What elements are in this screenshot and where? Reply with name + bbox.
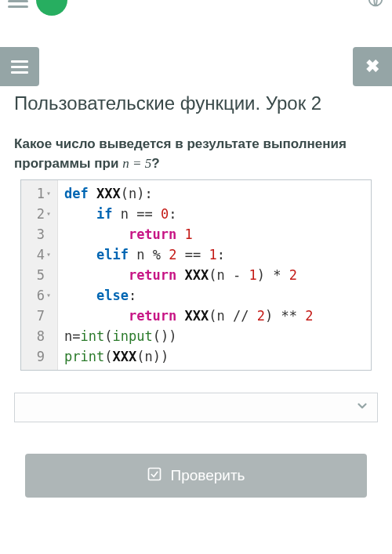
close-button[interactable]: ✖ <box>353 47 392 86</box>
code-content: def XXX(n): if n == 0: return 1 elif n %… <box>58 180 319 370</box>
site-logo <box>36 0 67 16</box>
code-gutter: 1▾ 2▾ 3▾ 4▾ 5▾ 6▾ 7▾ 8▾ 9▾ <box>21 180 58 370</box>
code-editor: 1▾ 2▾ 3▾ 4▾ 5▾ 6▾ 7▾ 8▾ 9▾ def XXX(n): i… <box>20 179 372 371</box>
answer-dropdown[interactable] <box>14 393 378 422</box>
svg-rect-2 <box>149 468 161 480</box>
check-icon <box>147 466 162 486</box>
cart-icon[interactable] <box>336 0 353 11</box>
check-button-label: Проверить <box>170 467 245 484</box>
check-button[interactable]: Проверить <box>25 454 367 498</box>
browser-menu-icon <box>8 0 28 8</box>
question-text: Какое число выведется в результате выпол… <box>14 135 378 173</box>
page-title: Пользовательские функции. Урок 2 <box>14 92 378 114</box>
sidebar-menu-button[interactable] <box>0 47 39 86</box>
close-icon: ✖ <box>365 56 379 77</box>
chevron-down-icon <box>355 399 369 416</box>
globe-icon[interactable] <box>367 0 384 11</box>
hamburger-icon <box>11 60 28 74</box>
